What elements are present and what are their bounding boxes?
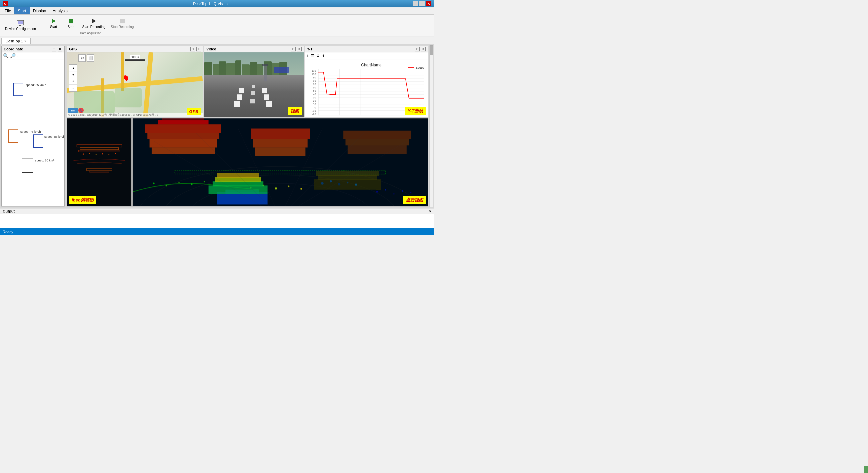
tab-close-icon[interactable]: × bbox=[24, 39, 26, 43]
svg-point-29 bbox=[82, 153, 84, 155]
start-label: Start bbox=[50, 25, 57, 29]
coordinate-tool-icon[interactable]: - bbox=[17, 53, 18, 58]
svg-rect-46 bbox=[162, 118, 204, 120]
yt-header: Y-T □ × bbox=[305, 46, 428, 52]
svg-rect-41 bbox=[145, 124, 221, 133]
video-close-button[interactable]: × bbox=[297, 47, 302, 51]
compass-up[interactable]: ▲ bbox=[69, 65, 78, 71]
svg-point-61 bbox=[275, 187, 277, 189]
scale-bar: 500 米 bbox=[125, 55, 145, 61]
close-button[interactable]: ✕ bbox=[426, 1, 431, 6]
stop-button[interactable]: Stop bbox=[63, 16, 79, 31]
map-settings-icon[interactable]: ⚙ bbox=[78, 54, 86, 62]
svg-rect-28 bbox=[78, 150, 120, 152]
yt-close-button[interactable]: × bbox=[421, 47, 426, 51]
svg-rect-71 bbox=[314, 179, 381, 190]
minimize-button[interactable]: — bbox=[413, 1, 418, 6]
compass-zoom-out[interactable]: − bbox=[69, 85, 78, 91]
output-panel: Output × bbox=[0, 208, 434, 228]
svg-rect-52 bbox=[348, 145, 407, 154]
svg-point-54 bbox=[153, 182, 155, 184]
coordinate-header: Coordinate □ × bbox=[2, 46, 64, 52]
stop-recording-icon bbox=[118, 18, 126, 24]
svg-point-30 bbox=[89, 153, 90, 154]
svg-rect-50 bbox=[343, 131, 411, 139]
zoom-out-icon[interactable]: 🔎 bbox=[10, 53, 16, 58]
coordinate-close-button[interactable]: × bbox=[58, 47, 62, 51]
maximize-button[interactable]: □ bbox=[419, 1, 425, 6]
svg-rect-3 bbox=[18, 26, 22, 26]
vehicle-label-2: speed: 75 km/h bbox=[20, 130, 41, 134]
svg-rect-1 bbox=[18, 21, 23, 24]
start-recording-label: Start Recording bbox=[82, 25, 105, 29]
stop-label: Stop bbox=[68, 25, 75, 29]
svg-point-62 bbox=[288, 185, 289, 187]
start-icon bbox=[50, 18, 58, 24]
stop-recording-button[interactable]: Stop Recording bbox=[108, 16, 136, 31]
svg-point-77 bbox=[347, 182, 348, 183]
tab-desktop1[interactable]: DeskTop 1 × bbox=[1, 38, 31, 45]
svg-point-34 bbox=[115, 153, 116, 154]
svg-rect-70 bbox=[217, 173, 259, 178]
gps-title: GPS bbox=[69, 47, 77, 51]
main-scrollbar[interactable] bbox=[429, 45, 433, 207]
compass-zoom-in[interactable]: + bbox=[69, 78, 78, 85]
lidar-panel: 点云视图 bbox=[132, 118, 428, 206]
ibeo-panel: Ibeo俯视图 bbox=[67, 118, 132, 206]
data-acquisition-label: Data acquisition bbox=[45, 31, 136, 35]
yt-panel: Y-T □ × + ☰ ⚙ ⬆ ChartName bbox=[305, 46, 428, 117]
map-content: 500 米 ▲ ⊕ + − bbox=[67, 52, 203, 117]
menu-start[interactable]: Start bbox=[14, 7, 29, 14]
coordinate-restore-button[interactable]: □ bbox=[52, 47, 56, 51]
title-icon: Q bbox=[3, 1, 8, 6]
gps-close-button[interactable]: × bbox=[196, 47, 201, 51]
yt-settings-icon[interactable]: ⚙ bbox=[316, 54, 320, 58]
video-restore-button[interactable]: □ bbox=[291, 47, 296, 51]
svg-rect-73 bbox=[316, 171, 379, 176]
yt-restore-button[interactable]: □ bbox=[415, 47, 420, 51]
device-config-label: Device Configuration bbox=[5, 27, 36, 31]
map-copyright: © 2020 Baidu - GS(2019)5218号 - 甲测资字11006… bbox=[67, 113, 203, 117]
zoom-in-icon[interactable]: 🔍 bbox=[3, 53, 9, 58]
stop-icon bbox=[67, 18, 75, 24]
gps-restore-button[interactable]: □ bbox=[190, 47, 195, 51]
menu-file[interactable]: File bbox=[1, 7, 14, 14]
svg-point-57 bbox=[191, 183, 192, 185]
svg-point-74 bbox=[321, 182, 324, 185]
device-config-button[interactable]: Device Configuration bbox=[3, 18, 38, 33]
scroll-thumb[interactable] bbox=[430, 45, 433, 55]
yt-export-icon[interactable]: ⬆ bbox=[322, 54, 325, 58]
compass-center[interactable]: ⊕ bbox=[69, 71, 78, 78]
gps-header: GPS □ × bbox=[67, 46, 203, 52]
video-header: Video □ × bbox=[204, 46, 304, 52]
output-close-icon[interactable]: × bbox=[429, 209, 431, 213]
svg-rect-44 bbox=[152, 147, 215, 154]
svg-point-86 bbox=[376, 191, 378, 193]
start-recording-button[interactable]: Start Recording bbox=[80, 16, 108, 31]
svg-point-90 bbox=[410, 192, 412, 194]
baidu-logo: Bai 🐾 bbox=[68, 108, 84, 113]
svg-point-78 bbox=[355, 183, 357, 185]
control-group: Start Stop Start Recording Stop Recordin… bbox=[45, 16, 139, 35]
svg-point-55 bbox=[166, 185, 167, 186]
svg-rect-2 bbox=[19, 25, 21, 26]
svg-point-58 bbox=[204, 181, 205, 182]
svg-point-89 bbox=[402, 190, 403, 192]
coordinate-title: Coordinate bbox=[4, 47, 23, 51]
yt-list-icon[interactable]: ☰ bbox=[311, 54, 314, 58]
top-panels: GPS □ × bbox=[67, 46, 428, 117]
device-config-icon bbox=[16, 20, 24, 26]
tab-label: DeskTop 1 bbox=[6, 39, 23, 43]
vehicle-box-4 bbox=[22, 158, 33, 173]
coordinate-content: speed: 85 km/h speed: 75 km/h speed: 85 … bbox=[2, 59, 64, 206]
coordinate-panel: Coordinate □ × 🔍 🔎 - speed: 85 km/h spee… bbox=[1, 46, 65, 206]
vehicle-box-2 bbox=[8, 129, 18, 143]
start-button[interactable]: Start bbox=[45, 16, 62, 31]
menu-analysis[interactable]: Analysis bbox=[49, 7, 71, 14]
menu-display[interactable]: Display bbox=[30, 7, 49, 14]
map-layer-icon[interactable]: ⬜ bbox=[87, 54, 94, 62]
lidar-label: 点云视图 bbox=[403, 196, 426, 204]
yt-label: Y-T曲线 bbox=[405, 107, 426, 115]
coordinate-toolbar: 🔍 🔎 - bbox=[2, 52, 64, 59]
yt-add-icon[interactable]: + bbox=[306, 53, 309, 58]
